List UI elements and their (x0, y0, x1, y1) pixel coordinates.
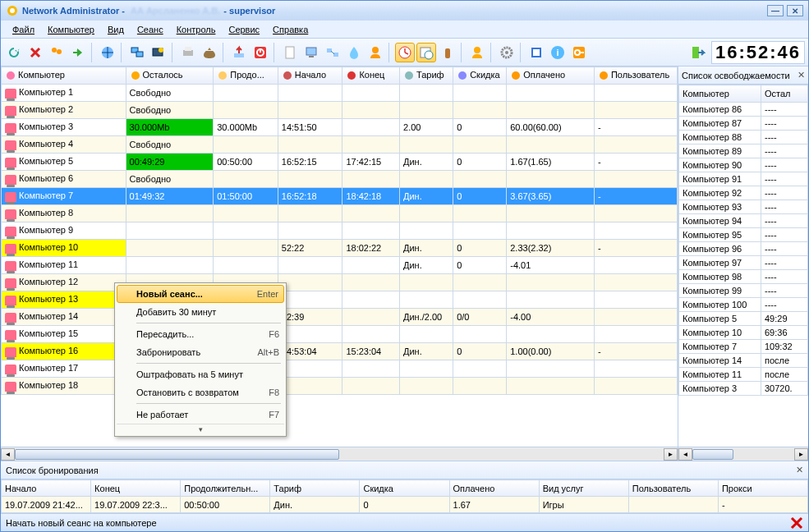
scroll-thumb[interactable] (15, 449, 339, 460)
bk-col[interactable]: Тариф (270, 480, 360, 497)
list-item[interactable]: Компьютер 330720. (679, 382, 808, 396)
bk-col[interactable]: Конец (91, 480, 181, 497)
close-button[interactable]: ✕ (787, 5, 803, 16)
table-row[interactable]: Компьютер 6Свободно (2, 171, 678, 188)
drop-icon[interactable] (344, 43, 364, 62)
ctx-expand-icon[interactable]: ▾ (117, 424, 284, 434)
list-item[interactable]: Компьютер 93---- (679, 200, 808, 214)
list-item[interactable]: Компьютер 549:29 (679, 312, 808, 326)
gear-icon[interactable] (497, 43, 517, 62)
main-grid[interactable]: КомпьютерОсталосьПродо...НачалоКонецТари… (1, 66, 678, 447)
col-6[interactable]: Скидка (453, 67, 507, 85)
list-item[interactable]: Компьютер 92---- (679, 186, 808, 200)
bottle-icon[interactable] (438, 43, 457, 62)
table-row[interactable]: Компьютер 17Свободно (2, 360, 678, 378)
scroll-left-icon[interactable]: ◄ (1, 448, 15, 461)
table-row[interactable]: Компьютер 4Свободно (2, 136, 678, 154)
table-row[interactable]: Компьютер 330.000Mb30.000Mb14:51:502.000… (2, 119, 678, 136)
ctx-item[interactable]: Остановить с возвратомF8 (117, 383, 284, 401)
bk-col[interactable]: Пользователь (628, 480, 718, 497)
link-icon[interactable] (323, 43, 342, 62)
list-item[interactable]: Компьютер 88---- (679, 131, 808, 144)
col-2[interactable]: Продо... (214, 67, 278, 85)
delete-icon[interactable] (25, 43, 45, 62)
col-7[interactable]: Оплачено (507, 67, 595, 85)
menu-view[interactable]: Вид (101, 23, 131, 36)
col-1[interactable]: Осталось (126, 67, 214, 85)
doc-icon[interactable] (280, 43, 300, 62)
list-item[interactable]: Компьютер 7109:32 (679, 340, 808, 354)
ctx-item[interactable]: Добавить 30 минут (117, 303, 284, 321)
menu-session[interactable]: Сеанс (131, 23, 170, 36)
list-item[interactable]: Компьютер 97---- (679, 256, 808, 270)
table-row[interactable]: Компьютер 1052:2218:02:22Дин.02.33(2.32)… (2, 240, 678, 257)
table-row[interactable]: Компьютер 12 (2, 274, 678, 291)
side-panel-close-icon[interactable]: ✕ (798, 70, 805, 80)
monitor-moon-icon[interactable] (149, 43, 168, 62)
table-row[interactable]: Компьютер 16Время вышло00:30:0014:53:041… (2, 343, 678, 360)
power-icon[interactable] (251, 43, 270, 62)
table-row[interactable]: Компьютер 1452:39Дин./2.000/0-4.00 (2, 309, 678, 326)
key-icon[interactable] (569, 43, 589, 62)
table-row[interactable]: Компьютер 2Свободно (2, 102, 678, 119)
col-5[interactable]: Тариф (400, 67, 453, 85)
side-scroll-right-icon[interactable]: ► (794, 448, 808, 461)
bk-col[interactable]: Оплачено (449, 480, 539, 497)
exit-icon[interactable] (688, 43, 708, 62)
scroll-right-icon[interactable]: ► (664, 448, 678, 461)
bk-col[interactable]: Вид услуг (539, 480, 628, 497)
globe-icon[interactable] (98, 43, 117, 62)
computer-icon[interactable] (301, 43, 321, 62)
col-0[interactable]: Компьютер (2, 67, 126, 85)
table-row[interactable]: Компьютер 8 (2, 205, 678, 222)
list-item[interactable]: Компьютер 96---- (679, 242, 808, 256)
menu-service[interactable]: Сервис (222, 23, 266, 36)
bk-col[interactable]: Скидка (360, 480, 449, 497)
table-row[interactable]: Компьютер 500:49:2900:50:0016:52:1517:42… (2, 154, 678, 171)
side-scroll-left-icon[interactable]: ◄ (678, 448, 692, 461)
print-icon[interactable] (178, 43, 198, 62)
sp-col-remain[interactable]: Остал (761, 85, 808, 103)
list-item[interactable]: Компьютер 91---- (679, 172, 808, 186)
bk-col[interactable]: Продолжительн... (181, 480, 270, 497)
clock-orange-icon[interactable] (395, 43, 415, 62)
users-icon[interactable] (47, 43, 67, 62)
ctx-item[interactable]: Пересадить...F6 (117, 325, 284, 343)
table-row[interactable]: Компьютер 18Свободно (2, 378, 678, 395)
list-item[interactable]: Компьютер 99---- (679, 284, 808, 298)
table-row[interactable]: Компьютер 13 (2, 291, 678, 309)
ctx-item[interactable]: Новый сеанс...Enter (117, 285, 284, 303)
booking-row[interactable]: 19.07.2009 21:42...19.07.2009 22:3...00:… (2, 497, 808, 513)
bk-col[interactable]: Прокси (718, 480, 807, 497)
list-item[interactable]: Компьютер 11после (679, 368, 808, 382)
screens-icon[interactable] (127, 43, 147, 62)
booking-close-icon[interactable]: ✕ (796, 465, 803, 475)
bk-col[interactable]: Начало (2, 480, 91, 497)
table-row[interactable]: Компьютер 9 (2, 222, 678, 240)
menu-control[interactable]: Контроль (170, 23, 223, 36)
refresh-icon[interactable] (4, 43, 24, 62)
menu-file[interactable]: Файл (6, 23, 41, 36)
table-row[interactable]: Компьютер 15 (2, 326, 678, 343)
ctx-item[interactable]: Оштрафовать на 5 минут (117, 365, 284, 383)
col-8[interactable]: Пользователь (594, 67, 677, 85)
ctx-item[interactable]: ЗабронироватьAlt+B (117, 343, 284, 361)
table-row[interactable]: Компьютер 701:49:3201:50:0016:52:1818:42… (2, 188, 678, 205)
list-item[interactable]: Компьютер 89---- (679, 144, 808, 158)
table-row[interactable]: Компьютер 1Свободно (2, 85, 678, 102)
user-icon[interactable] (365, 43, 385, 62)
status-close-icon[interactable] (790, 516, 803, 530)
forward-icon[interactable] (68, 43, 88, 62)
list-item[interactable]: Компьютер 1069:36 (679, 326, 808, 340)
menu-computer[interactable]: Компьютер (41, 23, 101, 36)
list-item[interactable]: Компьютер 87---- (679, 117, 808, 131)
upload-icon[interactable] (229, 43, 249, 62)
user-orange-icon[interactable] (467, 43, 487, 62)
list-item[interactable]: Компьютер 94---- (679, 214, 808, 228)
sp-col-computer[interactable]: Компьютер (679, 85, 761, 103)
book-icon[interactable] (526, 43, 546, 62)
menu-help[interactable]: Справка (266, 23, 315, 36)
side-scroll-thumb[interactable] (692, 449, 733, 460)
h-scrollbar[interactable]: ◄ ► (1, 447, 678, 461)
col-3[interactable]: Начало (278, 67, 342, 85)
